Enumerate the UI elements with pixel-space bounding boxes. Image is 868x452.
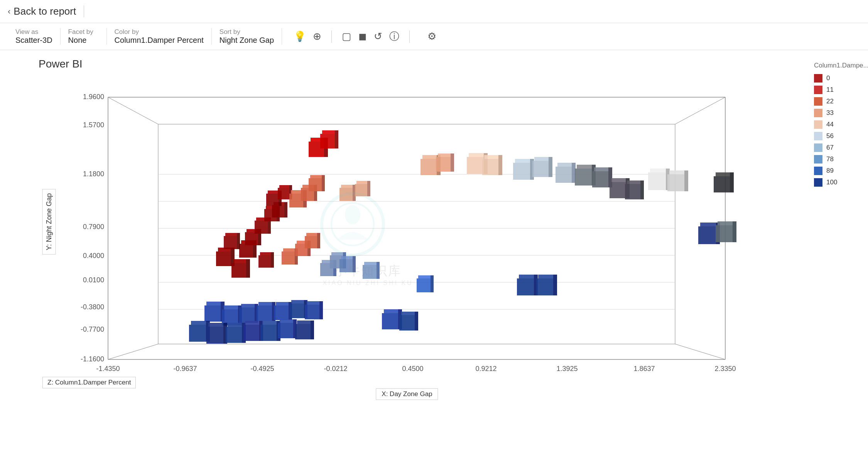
chart-area[interactable]: Y: Night Zone Gap	[15, 74, 799, 402]
view-as-value[interactable]: Scatter-3D	[15, 36, 52, 45]
svg-rect-172	[228, 323, 244, 327]
svg-rect-73	[322, 130, 337, 134]
settings-icon[interactable]: ⚙	[427, 30, 436, 42]
legend-color-swatch	[814, 132, 822, 140]
svg-rect-72	[320, 134, 335, 148]
svg-rect-129	[667, 174, 684, 191]
svg-rect-105	[467, 157, 484, 174]
svg-rect-195	[517, 278, 534, 295]
svg-rect-41	[246, 259, 250, 278]
legend-item-label: 22	[826, 98, 834, 105]
svg-rect-211	[364, 262, 378, 265]
svg-rect-123	[592, 171, 608, 187]
svg-rect-169	[208, 323, 225, 327]
svg-rect-191	[415, 312, 418, 331]
legend-item: 56	[814, 132, 860, 140]
chevron-left-icon: ‹	[8, 7, 10, 17]
svg-text:0.7900: 0.7900	[83, 223, 104, 231]
svg-rect-116	[549, 157, 552, 177]
svg-line-11	[675, 344, 725, 359]
svg-rect-168	[206, 327, 223, 344]
svg-rect-103	[356, 181, 369, 184]
sort-value[interactable]: Night Zone Gap	[220, 36, 274, 45]
legend-item: 22	[814, 97, 860, 106]
svg-text:0.4000: 0.4000	[83, 252, 104, 260]
svg-rect-114	[532, 161, 549, 177]
svg-rect-50	[237, 233, 240, 249]
svg-rect-186	[382, 313, 398, 329]
main-content: Power BI Y: Night Zone Gap	[0, 50, 868, 452]
target-icon[interactable]: ⊕	[313, 30, 321, 42]
svg-rect-130	[669, 170, 686, 174]
svg-rect-66	[258, 255, 271, 268]
legend-item: 44	[814, 120, 860, 129]
svg-rect-121	[577, 165, 594, 169]
svg-text:1.5700: 1.5700	[83, 121, 104, 129]
stop-icon[interactable]: ◼	[358, 30, 367, 42]
legend-item-label: 0	[826, 74, 830, 82]
svg-rect-163	[307, 301, 321, 305]
square-icon[interactable]: ▢	[342, 30, 351, 42]
svg-rect-154	[258, 302, 274, 305]
svg-rect-200	[553, 275, 557, 295]
svg-text:-0.9637: -0.9637	[173, 365, 197, 373]
svg-rect-115	[534, 157, 551, 161]
svg-rect-117	[556, 167, 572, 183]
color-label: Color by	[115, 28, 204, 36]
svg-rect-148	[224, 305, 240, 309]
divider-1	[331, 30, 332, 43]
sort-by-group: Sort by Night Zone Gap	[212, 28, 282, 45]
svg-text:1.1800: 1.1800	[83, 170, 104, 178]
svg-rect-208	[716, 172, 732, 176]
svg-rect-51	[255, 221, 268, 234]
svg-rect-166	[191, 321, 208, 325]
svg-rect-91	[306, 233, 319, 236]
svg-rect-57	[272, 205, 284, 218]
legend-color-swatch	[814, 97, 822, 106]
svg-rect-112	[515, 159, 532, 163]
view-as-label: View as	[15, 28, 52, 36]
legend-item: 100	[814, 178, 860, 187]
svg-rect-156	[274, 305, 289, 320]
svg-rect-164	[319, 301, 323, 319]
info-icon[interactable]: ⓘ	[389, 30, 399, 43]
svg-rect-157	[276, 302, 290, 305]
legend-item-label: 44	[826, 121, 834, 128]
svg-rect-194	[431, 275, 434, 292]
svg-rect-102	[355, 184, 367, 196]
back-button[interactable]: ‹ Back to report	[8, 5, 84, 17]
legend-item-label: 33	[826, 109, 834, 117]
svg-rect-187	[384, 309, 400, 313]
svg-rect-180	[278, 323, 293, 338]
legend-item-label: 11	[826, 86, 834, 94]
color-value[interactable]: Column1.Damper Percent	[115, 36, 204, 45]
lightbulb-icon[interactable]: 💡	[294, 30, 306, 42]
svg-rect-199	[538, 275, 555, 278]
scatter-3d-svg: 1.9600 1.5700 1.1800 0.7900 0.4000 0.010…	[42, 74, 791, 390]
svg-rect-162	[305, 305, 319, 319]
legend-item: 78	[814, 155, 860, 164]
svg-rect-215	[353, 256, 356, 272]
back-label: Back to report	[14, 5, 76, 17]
svg-text:-0.0212: -0.0212	[324, 365, 347, 373]
refresh-icon[interactable]: ↺	[374, 30, 382, 42]
x-axis-label: X: Day Zone Gap	[376, 388, 438, 400]
svg-rect-159	[289, 304, 304, 318]
svg-rect-74	[335, 130, 338, 148]
chart-container: Power BI Y: Night Zone Gap	[0, 50, 806, 452]
legend-color-swatch	[814, 167, 822, 175]
svg-rect-98	[451, 153, 454, 172]
facet-value[interactable]: None	[68, 36, 99, 45]
legend-items: 0 11 22 33 44 56 67 78 89 100	[814, 74, 860, 187]
svg-text:-1.1600: -1.1600	[81, 355, 104, 363]
color-by-group: Color by Column1.Damper Percent	[107, 28, 212, 45]
svg-rect-153	[257, 305, 272, 321]
svg-rect-90	[305, 236, 317, 248]
svg-rect-193	[418, 275, 432, 278]
svg-rect-106	[469, 153, 486, 157]
svg-rect-85	[283, 248, 296, 251]
legend-title: Column1.Dampe...	[814, 62, 860, 69]
svg-rect-64	[279, 185, 291, 188]
svg-rect-118	[557, 163, 574, 167]
legend-item-label: 89	[826, 167, 834, 175]
